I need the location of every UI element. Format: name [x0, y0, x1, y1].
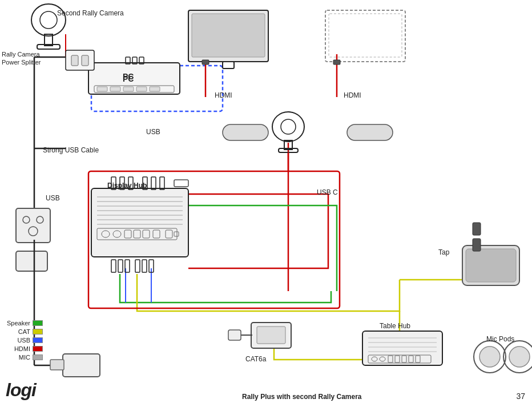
legend-row-cat: CAT: [3, 328, 43, 335]
legend-row-hdmi: HDMI: [3, 345, 43, 352]
legend-swatch-cat: [33, 329, 43, 335]
svg-rect-28: [192, 14, 265, 57]
power-splitter-label: Rally CameraPower Splitter: [2, 50, 41, 66]
svg-rect-73: [466, 249, 516, 282]
svg-rect-64: [66, 50, 94, 70]
svg-rect-21: [123, 87, 134, 91]
table-hub-label: Table Hub: [380, 322, 410, 330]
legend-row-mic: MIC: [3, 354, 43, 361]
logi-logo: logi: [6, 380, 36, 401]
legend-label-hdmi: HDMI: [3, 345, 30, 352]
svg-rect-106: [50, 360, 64, 370]
svg-rect-95: [473, 223, 481, 235]
legend-swatch-mic: [33, 354, 43, 360]
legend-label-speaker: Speaker: [3, 320, 30, 327]
svg-rect-34: [91, 188, 188, 257]
second-rally-camera-label: Second Rally Camera: [57, 9, 124, 17]
display-hub-label: Display Hub: [107, 182, 147, 190]
svg-rect-55: [151, 177, 156, 190]
svg-rect-71: [16, 251, 47, 271]
usb-left-label: USB: [46, 194, 60, 202]
svg-rect-32: [329, 14, 402, 57]
tap-label: Tap: [438, 248, 449, 256]
hdmi-left-label: HDMI: [215, 91, 232, 99]
legend-label-cat: CAT: [3, 328, 30, 335]
svg-rect-97: [111, 260, 116, 272]
mic-pods-label: Mic Pods: [486, 335, 514, 343]
usb-c-label: USB C: [317, 188, 338, 196]
legend-row-usb: USB: [3, 337, 43, 344]
svg-rect-67: [16, 208, 50, 243]
svg-rect-103: [63, 354, 100, 377]
svg-rect-65: [71, 55, 78, 66]
svg-rect-100: [135, 260, 140, 272]
pc-label: PC: [123, 72, 134, 81]
svg-point-58: [272, 112, 304, 142]
legend: Speaker CAT USB HDMI MIC: [3, 320, 43, 362]
legend-swatch-hdmi: [33, 346, 43, 352]
svg-rect-66: [82, 55, 88, 66]
svg-rect-88: [257, 327, 285, 344]
svg-rect-30: [202, 60, 209, 65]
legend-label-mic: MIC: [3, 354, 30, 361]
diagram: PC: [0, 0, 532, 411]
svg-rect-29: [223, 62, 234, 68]
svg-rect-96: [473, 239, 481, 251]
svg-point-92: [479, 346, 500, 367]
svg-rect-22: [136, 87, 147, 91]
strong-usb-label: Strong USB Cable: [43, 146, 99, 154]
svg-rect-56: [160, 177, 164, 190]
svg-rect-23: [150, 87, 160, 91]
legend-row-speaker: Speaker: [3, 320, 43, 327]
svg-rect-90: [228, 330, 241, 340]
svg-rect-98: [118, 260, 123, 272]
svg-rect-74: [362, 331, 442, 365]
svg-point-59: [281, 119, 296, 134]
page-number: 37: [516, 392, 525, 401]
svg-rect-101: [142, 260, 147, 272]
legend-swatch-usb: [33, 337, 43, 343]
svg-rect-63: [347, 124, 393, 140]
svg-point-13: [40, 11, 57, 29]
usb-top-label: USB: [146, 128, 160, 136]
svg-rect-33: [333, 60, 340, 65]
svg-rect-62: [223, 124, 268, 140]
caption: Rally Plus with second Rally Camera: [242, 393, 361, 401]
legend-swatch-speaker: [33, 320, 43, 326]
svg-point-94: [509, 346, 530, 367]
legend-label-usb: USB: [3, 337, 30, 344]
svg-rect-57: [174, 180, 188, 187]
cat6a-label: CAT6a: [245, 355, 266, 363]
svg-rect-20: [110, 87, 120, 91]
svg-rect-19: [97, 87, 107, 91]
svg-rect-31: [325, 10, 405, 62]
hdmi-right-label: HDMI: [344, 91, 361, 99]
